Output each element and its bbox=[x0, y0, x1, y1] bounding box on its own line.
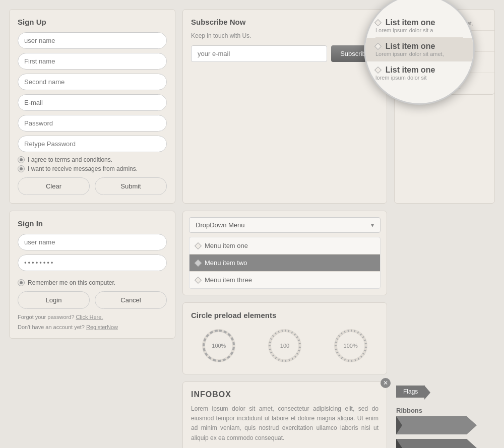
login-button[interactable]: Login bbox=[18, 291, 90, 309]
signin-password-input[interactable] bbox=[18, 254, 167, 271]
register-link[interactable]: RegisterNow bbox=[86, 324, 118, 330]
signin-title: Sign In bbox=[18, 219, 167, 228]
infobox-title: INFOBOX bbox=[191, 390, 379, 399]
remember-label: Remember me on this computer. bbox=[28, 279, 115, 286]
menu-item-2-label: Menu item two bbox=[205, 259, 247, 267]
signup-firstname-input[interactable] bbox=[18, 53, 167, 70]
signup-title: Sign Up bbox=[18, 18, 167, 26]
register-text-row: Don't have an account yet? RegisterNow bbox=[18, 324, 167, 330]
agree-checkbox-row[interactable]: I agree to terms and conditions. bbox=[18, 156, 167, 163]
diamond-icon-1 bbox=[195, 242, 202, 249]
signup-email-input[interactable] bbox=[18, 94, 167, 111]
menu-item-1-label: Menu item one bbox=[205, 242, 248, 249]
messages-label: I want to receive messages from admins. bbox=[28, 165, 138, 172]
noaccount-text: Don't have an account yet? bbox=[18, 324, 85, 330]
mag-item-2: List item one Lorem ipsum dolor sit amet… bbox=[365, 38, 473, 61]
subscribe-email-input[interactable] bbox=[191, 45, 327, 62]
circle-1-label: 100% bbox=[212, 343, 226, 349]
ribbons-label: Ribbons bbox=[396, 407, 493, 414]
mag-diamond-2 bbox=[374, 43, 382, 50]
infobox-text: Lorem ipsum dolor sit amet, consectetur … bbox=[191, 404, 379, 443]
menu-item-2[interactable]: Menu item two bbox=[190, 254, 380, 272]
chevron-down-icon: ▾ bbox=[371, 222, 374, 229]
messages-checkbox-row[interactable]: I want to receive messages from admins. bbox=[18, 165, 167, 172]
clear-button[interactable]: Clear bbox=[18, 177, 90, 195]
remember-checkbox-row[interactable]: Remember me on this computer. bbox=[18, 279, 167, 286]
cancel-button[interactable]: Cancel bbox=[95, 291, 167, 309]
subscribe-subtitle: Keep in touch with Us. bbox=[191, 32, 379, 39]
flags-label: Flags bbox=[403, 388, 418, 395]
circle-1: 100% bbox=[199, 326, 239, 366]
signin-username-input[interactable] bbox=[18, 234, 167, 250]
signup-secondname-input[interactable] bbox=[18, 74, 167, 90]
menu-item-1[interactable]: Menu item one bbox=[190, 237, 380, 254]
circle-3: 100% bbox=[331, 326, 371, 366]
diamond-icon-2 bbox=[195, 259, 202, 266]
forgot-link[interactable]: Click Here. bbox=[76, 314, 103, 320]
submit-button[interactable]: Submit bbox=[95, 177, 167, 195]
signup-panel: Sign Up I agree to terms and conditions.… bbox=[9, 9, 175, 204]
list-items-container: List item one Lorem ipsum dolor sit amet… bbox=[394, 9, 495, 374]
svg-marker-18 bbox=[396, 416, 477, 434]
mag-item-3-title: List item one bbox=[386, 66, 435, 74]
flags-ribbons-section: Flags Ribbons bbox=[394, 381, 495, 448]
infobox-panel: ✕ INFOBOX Lorem ipsum dolor sit amet, co… bbox=[182, 381, 387, 448]
dropdown-header[interactable]: DropDown Menu ▾ bbox=[189, 217, 381, 233]
circle-preload-panel: Circle preload elements 100% 100 bbox=[182, 302, 387, 374]
mag-item-2-sub: Lorem ipsum dolor sit amet, bbox=[375, 51, 463, 57]
menu-item-3-label: Menu item three bbox=[205, 276, 252, 284]
flag-shape: Flags bbox=[396, 386, 425, 398]
mag-item-2-title: List item one bbox=[386, 42, 435, 50]
mag-item-1: List item one Lorem ipsum dolor sit a bbox=[375, 14, 463, 38]
mag-item-3: List item one lorem ipsum dolor sit bbox=[375, 61, 463, 85]
mag-diamond-1 bbox=[374, 19, 382, 26]
dropdown-label: DropDown Menu bbox=[196, 221, 245, 229]
subscribe-panel: Subscribe Now Keep in touch with Us. Sub… bbox=[182, 9, 387, 204]
circle-3-label: 100% bbox=[344, 343, 358, 349]
flags-group: Flags bbox=[396, 386, 493, 400]
messages-checkbox-icon bbox=[18, 165, 25, 172]
dropdown-panel: DropDown Menu ▾ Menu item one Menu item … bbox=[182, 211, 387, 295]
circles-row: 100% 100 100% bbox=[191, 326, 379, 366]
circle-2-label: 100 bbox=[280, 343, 289, 349]
subscribe-title: Subscribe Now bbox=[191, 18, 379, 26]
remember-checkbox-icon bbox=[18, 279, 25, 286]
agree-label: I agree to terms and conditions. bbox=[28, 156, 112, 163]
signup-username-input[interactable] bbox=[18, 32, 167, 49]
signup-password-input[interactable] bbox=[18, 115, 167, 132]
menu-item-3[interactable]: Menu item three bbox=[190, 272, 380, 288]
agree-checkbox-icon bbox=[18, 156, 25, 163]
forgot-text-row: Forgot your password? Click Here. bbox=[18, 314, 167, 320]
signup-retype-input[interactable] bbox=[18, 136, 167, 152]
ribbon-1 bbox=[396, 416, 493, 436]
circle-title: Circle preload elements bbox=[191, 311, 379, 319]
forgot-text: Forgot your password? bbox=[18, 314, 75, 320]
circle-2: 100 bbox=[265, 326, 305, 366]
infobox-close-button[interactable]: ✕ bbox=[381, 378, 391, 388]
diamond-icon-3 bbox=[195, 276, 202, 283]
mag-diamond-3 bbox=[374, 67, 382, 74]
svg-marker-20 bbox=[396, 439, 477, 448]
mag-item-1-title: List item one bbox=[386, 18, 435, 27]
signin-panel: Sign In Remember me on this computer. Lo… bbox=[9, 211, 175, 339]
mag-item-1-sub: Lorem ipsum dolor sit a bbox=[375, 27, 463, 33]
mag-item-3-sub: lorem ipsum dolor sit bbox=[375, 75, 463, 81]
ribbon-2 bbox=[396, 439, 493, 448]
menu-items-list: Menu item one Menu item two Menu item th… bbox=[189, 237, 381, 289]
